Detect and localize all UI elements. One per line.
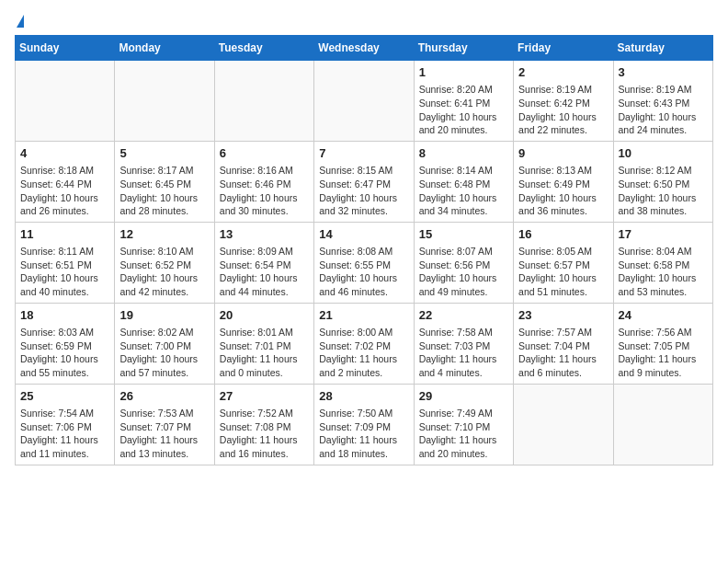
day-number: 27 bbox=[220, 388, 309, 405]
day-number: 12 bbox=[119, 226, 209, 243]
day-number: 8 bbox=[419, 145, 508, 162]
day-number: 3 bbox=[619, 64, 708, 81]
calendar-cell-w1d1 bbox=[16, 61, 115, 142]
day-number: 2 bbox=[518, 64, 608, 81]
day-number: 19 bbox=[119, 307, 209, 324]
weekday-header-thursday: Thursday bbox=[414, 36, 513, 61]
day-number: 22 bbox=[419, 307, 508, 324]
day-info: Sunrise: 7:54 AM Sunset: 7:06 PM Dayligh… bbox=[20, 407, 109, 461]
calendar-cell-w3d5: 15Sunrise: 8:07 AM Sunset: 6:56 PM Dayli… bbox=[414, 222, 513, 303]
calendar-cell-w5d6 bbox=[514, 384, 613, 465]
day-info: Sunrise: 8:16 AM Sunset: 6:46 PM Dayligh… bbox=[220, 164, 309, 218]
day-info: Sunrise: 7:57 AM Sunset: 7:04 PM Dayligh… bbox=[518, 326, 608, 380]
weekday-header-monday: Monday bbox=[115, 36, 214, 61]
day-info: Sunrise: 8:19 AM Sunset: 6:43 PM Dayligh… bbox=[619, 83, 708, 137]
day-number: 23 bbox=[518, 307, 608, 324]
day-info: Sunrise: 8:05 AM Sunset: 6:57 PM Dayligh… bbox=[518, 245, 608, 299]
calendar-cell-w2d3: 6Sunrise: 8:16 AM Sunset: 6:46 PM Daylig… bbox=[214, 141, 313, 222]
day-info: Sunrise: 8:08 AM Sunset: 6:55 PM Dayligh… bbox=[319, 245, 408, 299]
day-number: 9 bbox=[518, 145, 608, 162]
day-info: Sunrise: 7:56 AM Sunset: 7:05 PM Dayligh… bbox=[619, 326, 708, 380]
calendar-cell-w5d7 bbox=[613, 384, 712, 465]
week-row-3: 11Sunrise: 8:11 AM Sunset: 6:51 PM Dayli… bbox=[16, 222, 713, 303]
day-info: Sunrise: 8:14 AM Sunset: 6:48 PM Dayligh… bbox=[419, 164, 508, 218]
calendar-cell-w1d4 bbox=[314, 61, 414, 142]
day-number: 10 bbox=[619, 145, 708, 162]
day-info: Sunrise: 7:52 AM Sunset: 7:08 PM Dayligh… bbox=[220, 407, 309, 461]
day-number: 15 bbox=[419, 226, 508, 243]
calendar-cell-w4d3: 20Sunrise: 8:01 AM Sunset: 7:01 PM Dayli… bbox=[214, 303, 313, 384]
calendar-cell-w1d3 bbox=[214, 61, 313, 142]
day-info: Sunrise: 8:00 AM Sunset: 7:02 PM Dayligh… bbox=[319, 326, 408, 380]
day-number: 25 bbox=[20, 388, 109, 405]
calendar-cell-w3d1: 11Sunrise: 8:11 AM Sunset: 6:51 PM Dayli… bbox=[16, 222, 115, 303]
weekday-header-friday: Friday bbox=[514, 36, 613, 61]
calendar-cell-w2d1: 4Sunrise: 8:18 AM Sunset: 6:44 PM Daylig… bbox=[16, 141, 115, 222]
calendar-cell-w4d4: 21Sunrise: 8:00 AM Sunset: 7:02 PM Dayli… bbox=[314, 303, 414, 384]
day-number: 18 bbox=[20, 307, 109, 324]
day-number: 16 bbox=[518, 226, 608, 243]
day-number: 5 bbox=[119, 145, 209, 162]
day-info: Sunrise: 8:03 AM Sunset: 6:59 PM Dayligh… bbox=[20, 326, 109, 380]
day-info: Sunrise: 8:20 AM Sunset: 6:41 PM Dayligh… bbox=[419, 83, 508, 137]
calendar-table: SundayMondayTuesdayWednesdayThursdayFrid… bbox=[15, 35, 713, 465]
day-number: 4 bbox=[20, 145, 109, 162]
day-info: Sunrise: 7:50 AM Sunset: 7:09 PM Dayligh… bbox=[319, 407, 408, 461]
day-number: 11 bbox=[20, 226, 109, 243]
day-info: Sunrise: 7:58 AM Sunset: 7:03 PM Dayligh… bbox=[419, 326, 508, 380]
calendar-cell-w1d7: 3Sunrise: 8:19 AM Sunset: 6:43 PM Daylig… bbox=[613, 61, 712, 142]
calendar-cell-w3d4: 14Sunrise: 8:08 AM Sunset: 6:55 PM Dayli… bbox=[314, 222, 414, 303]
calendar-cell-w3d3: 13Sunrise: 8:09 AM Sunset: 6:54 PM Dayli… bbox=[214, 222, 313, 303]
calendar-cell-w3d7: 17Sunrise: 8:04 AM Sunset: 6:58 PM Dayli… bbox=[613, 222, 712, 303]
calendar-cell-w2d5: 8Sunrise: 8:14 AM Sunset: 6:48 PM Daylig… bbox=[414, 141, 513, 222]
day-number: 13 bbox=[220, 226, 309, 243]
weekday-header-tuesday: Tuesday bbox=[214, 36, 313, 61]
calendar-cell-w5d1: 25Sunrise: 7:54 AM Sunset: 7:06 PM Dayli… bbox=[16, 384, 115, 465]
day-number: 29 bbox=[419, 388, 508, 405]
day-info: Sunrise: 8:02 AM Sunset: 7:00 PM Dayligh… bbox=[119, 326, 209, 380]
logo-arrow-icon bbox=[17, 15, 24, 28]
calendar-cell-w3d2: 12Sunrise: 8:10 AM Sunset: 6:52 PM Dayli… bbox=[115, 222, 214, 303]
weekday-header-wednesday: Wednesday bbox=[314, 36, 414, 61]
day-info: Sunrise: 8:10 AM Sunset: 6:52 PM Dayligh… bbox=[119, 245, 209, 299]
weekday-header-saturday: Saturday bbox=[613, 36, 712, 61]
day-number: 24 bbox=[619, 307, 708, 324]
logo bbox=[15, 15, 24, 28]
day-number: 26 bbox=[119, 388, 209, 405]
calendar-cell-w5d2: 26Sunrise: 7:53 AM Sunset: 7:07 PM Dayli… bbox=[115, 384, 214, 465]
day-info: Sunrise: 8:17 AM Sunset: 6:45 PM Dayligh… bbox=[119, 164, 209, 218]
calendar-cell-w5d3: 27Sunrise: 7:52 AM Sunset: 7:08 PM Dayli… bbox=[214, 384, 313, 465]
day-info: Sunrise: 8:09 AM Sunset: 6:54 PM Dayligh… bbox=[220, 245, 309, 299]
week-row-1: 1Sunrise: 8:20 AM Sunset: 6:41 PM Daylig… bbox=[16, 61, 713, 142]
day-info: Sunrise: 8:18 AM Sunset: 6:44 PM Dayligh… bbox=[20, 164, 109, 218]
day-number: 20 bbox=[220, 307, 309, 324]
calendar-cell-w4d7: 24Sunrise: 7:56 AM Sunset: 7:05 PM Dayli… bbox=[613, 303, 712, 384]
day-info: Sunrise: 8:19 AM Sunset: 6:42 PM Dayligh… bbox=[518, 83, 608, 137]
day-number: 14 bbox=[319, 226, 408, 243]
calendar-cell-w4d2: 19Sunrise: 8:02 AM Sunset: 7:00 PM Dayli… bbox=[115, 303, 214, 384]
day-number: 17 bbox=[619, 226, 708, 243]
calendar-cell-w1d6: 2Sunrise: 8:19 AM Sunset: 6:42 PM Daylig… bbox=[514, 61, 613, 142]
calendar-cell-w3d6: 16Sunrise: 8:05 AM Sunset: 6:57 PM Dayli… bbox=[514, 222, 613, 303]
header bbox=[15, 15, 713, 28]
day-info: Sunrise: 7:53 AM Sunset: 7:07 PM Dayligh… bbox=[119, 407, 209, 461]
week-row-4: 18Sunrise: 8:03 AM Sunset: 6:59 PM Dayli… bbox=[16, 303, 713, 384]
day-info: Sunrise: 7:49 AM Sunset: 7:10 PM Dayligh… bbox=[419, 407, 508, 461]
day-number: 28 bbox=[319, 388, 408, 405]
day-info: Sunrise: 8:01 AM Sunset: 7:01 PM Dayligh… bbox=[220, 326, 309, 380]
calendar-cell-w4d1: 18Sunrise: 8:03 AM Sunset: 6:59 PM Dayli… bbox=[16, 303, 115, 384]
calendar-cell-w2d2: 5Sunrise: 8:17 AM Sunset: 6:45 PM Daylig… bbox=[115, 141, 214, 222]
calendar-cell-w2d7: 10Sunrise: 8:12 AM Sunset: 6:50 PM Dayli… bbox=[613, 141, 712, 222]
calendar-cell-w5d5: 29Sunrise: 7:49 AM Sunset: 7:10 PM Dayli… bbox=[414, 384, 513, 465]
day-info: Sunrise: 8:11 AM Sunset: 6:51 PM Dayligh… bbox=[20, 245, 109, 299]
calendar-cell-w2d4: 7Sunrise: 8:15 AM Sunset: 6:47 PM Daylig… bbox=[314, 141, 414, 222]
weekday-header-sunday: Sunday bbox=[16, 36, 115, 61]
day-number: 7 bbox=[319, 145, 408, 162]
week-row-5: 25Sunrise: 7:54 AM Sunset: 7:06 PM Dayli… bbox=[16, 384, 713, 465]
week-row-2: 4Sunrise: 8:18 AM Sunset: 6:44 PM Daylig… bbox=[16, 141, 713, 222]
calendar-cell-w4d5: 22Sunrise: 7:58 AM Sunset: 7:03 PM Dayli… bbox=[414, 303, 513, 384]
calendar-cell-w4d6: 23Sunrise: 7:57 AM Sunset: 7:04 PM Dayli… bbox=[514, 303, 613, 384]
day-info: Sunrise: 8:12 AM Sunset: 6:50 PM Dayligh… bbox=[619, 164, 708, 218]
day-info: Sunrise: 8:07 AM Sunset: 6:56 PM Dayligh… bbox=[419, 245, 508, 299]
day-number: 6 bbox=[220, 145, 309, 162]
